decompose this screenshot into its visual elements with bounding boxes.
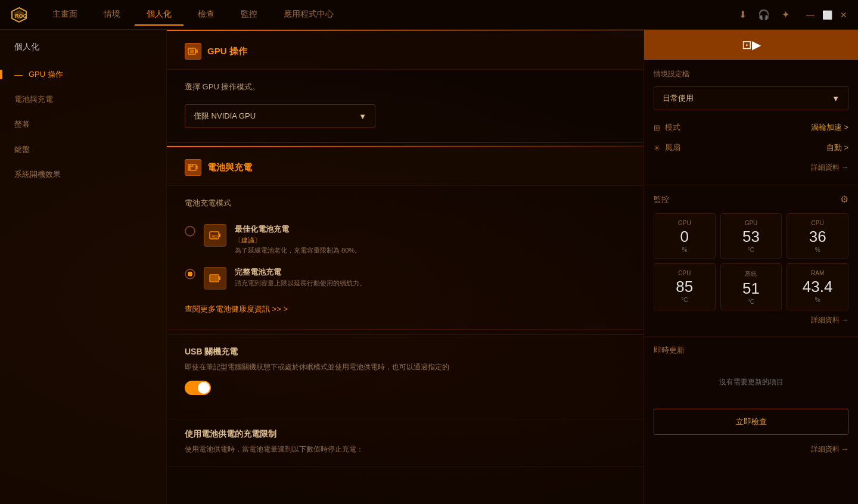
headset-icon[interactable]: 🎧 [758,9,770,21]
gpu-desc: 選擇 GPU 操作模式。 [185,82,626,92]
profile-detail-link[interactable]: 詳細資料 → [654,158,848,175]
titlebar: ROG 主畫面 情境 個人化 檢查 監控 應用程式中心 ⬇ 🎧 ✦ — ⬜ ✕ [0,0,858,30]
health-link[interactable]: 查閱更多電池健康度資訊 >> > [185,304,626,315]
nav-appstore[interactable]: 應用程式中心 [272,4,346,26]
monitor-cpu-pct-value: 36 [793,229,842,244]
nav-inspect[interactable]: 檢查 [186,4,226,26]
battery-full-title: 完整電池充電 [235,267,366,278]
nav-home[interactable]: 主畫面 [41,4,89,26]
sidebar-label-battery: 電池與充電 [14,94,53,105]
charge-limit-section: 使用電池供電的充電限制 使用電池供電時，當電池電量達到以下數值時停止充電： [167,419,644,466]
sidebar-arrow-icon: — [14,70,23,79]
monitor-cpu-pct-label: CPU [793,220,842,226]
updates-empty-text: 沒有需要更新的項目 [654,365,848,399]
usb-toggle[interactable] [185,381,211,395]
profile-fan-value[interactable]: 自動 > [826,142,848,153]
monitor-section: 監控 ⚙ GPU 0 % GPU 53 °C CPU [644,185,858,337]
nav-monitor[interactable]: 監控 [229,4,269,26]
profile-dropdown-value: 日常使用 [663,93,694,104]
monitor-card-cpu-pct: CPU 36 % [786,213,848,259]
svg-rect-18 [219,276,220,280]
maximize-button[interactable]: ⬜ [822,10,832,20]
battery-option-full[interactable]: 完整電池充電 請充電到容量上限以延長行動使用的續航力。 [185,261,626,295]
monitor-header: 監控 ⚙ [654,194,848,205]
battery-section: 電池與充電 電池充電模式 80 [167,146,644,467]
monitor-gpu-temp-unit: °C [727,247,776,253]
updates-section: 即時更新 沒有需要更新的項目 立即檢查 詳細資料 → [644,337,858,504]
nav-scenario[interactable]: 情境 [92,4,132,26]
right-top-toggle[interactable]: ⊡▶ [644,30,858,60]
battery-option-optimal[interactable]: 80 最佳化電池充電 〔建議〕 為了延緩電池老化，充電容量限制為 80%。 [185,218,626,261]
battery-section-header: 電池與充電 [167,147,644,186]
gpu-dropdown-arrow-icon: ▼ [359,112,366,121]
gpu-section-body: 選擇 GPU 操作模式。 僅限 NVIDIA GPU ▼ [167,70,644,140]
minimize-button[interactable]: — [806,10,815,20]
monitor-ram-pct-value: 43.4 [793,279,842,294]
charge-limit-desc: 使用電池供電時，當電池電量達到以下數值時停止充電： [185,444,626,455]
download-icon[interactable]: ⬇ [736,9,748,21]
monitor-sys-temp-unit: °C [727,298,776,305]
monitor-sys-temp-value: 51 [727,281,776,296]
gpu-mode-dropdown[interactable]: 僅限 NVIDIA GPU ▼ [185,104,375,128]
profile-mode-value[interactable]: 渦輪加速 > [811,122,848,133]
sidebar-item-battery[interactable]: 電池與充電 [0,87,166,112]
battery-full-info: 完整電池充電 請充電到容量上限以延長行動使用的續航力。 [235,267,366,288]
svg-rect-19 [210,275,218,281]
titlebar-actions: ⬇ 🎧 ✦ — ⬜ ✕ [736,9,848,21]
profile-section: 情境設定檔 日常使用 ▼ ⊞ 模式 渦輪加速 > ✳ 風扇 [644,60,858,185]
battery-full-desc: 請充電到容量上限以延長行動使用的續航力。 [235,279,366,288]
battery-optimal-badge: 〔建議〕 [235,236,361,245]
profile-mode-row: ⊞ 模式 渦輪加速 > [654,117,848,138]
monitor-grid: GPU 0 % GPU 53 °C CPU 36 % [654,213,848,310]
monitor-gpu-temp-value: 53 [727,229,776,244]
profile-section-title: 情境設定檔 [654,69,848,79]
close-button[interactable]: ✕ [839,10,848,20]
check-updates-button[interactable]: 立即檢查 [654,409,848,435]
window-controls: — ⬜ ✕ [806,10,848,20]
sidebar-item-boot[interactable]: 系統開機效果 [0,162,166,187]
panel-toggle-icon: ⊡▶ [742,38,761,52]
right-panel: ⊡▶ 情境設定檔 日常使用 ▼ ⊞ 模式 渦輪加速 > [644,30,858,504]
sidebar-item-keyboard[interactable]: 鍵盤 [0,137,166,162]
mode-grid-icon: ⊞ [654,123,660,132]
svg-text:80: 80 [212,234,217,239]
updates-detail-link[interactable]: 詳細資料 → [654,440,848,457]
fan-icon: ✳ [654,144,660,153]
profile-mode-label: ⊞ 模式 [654,122,680,133]
monitor-gpu-temp-label: GPU [727,220,776,226]
sidebar-title: 個人化 [0,42,166,62]
app-logo: ROG [10,5,29,24]
monitor-gear-icon[interactable]: ⚙ [840,194,848,205]
sidebar-item-gpu[interactable]: — GPU 操作 [0,62,166,87]
monitor-card-ram-pct: RAM 43.4 % [786,263,848,310]
battery-radio-optimal[interactable] [185,226,195,237]
usb-desc: 即使在筆記型電腦關機狀態下或處於休眠模式並使用電池供電時，也可以通過指定的 [185,362,626,372]
main-nav: 主畫面 情境 個人化 檢查 監控 應用程式中心 [41,4,736,26]
svg-rect-9 [196,166,198,169]
svg-rect-10 [189,165,191,170]
battery-section-icon [185,159,201,176]
monitor-card-gpu-temp: GPU 53 °C [720,213,782,259]
monitor-cpu-temp-unit: °C [660,297,709,303]
app-container: ROG 主畫面 情境 個人化 檢查 監控 應用程式中心 ⬇ 🎧 ✦ — ⬜ ✕ … [0,0,858,504]
gpu-section-title: GPU 操作 [207,46,247,57]
profile-dropdown[interactable]: 日常使用 ▼ [654,86,848,110]
battery-section-divider [167,329,644,329]
battery-radio-full[interactable] [185,269,195,279]
svg-rect-4 [190,49,194,53]
monitor-detail-link[interactable]: 詳細資料 → [654,310,848,328]
battery-charge-mode-label: 電池充電模式 [185,198,626,209]
nav-personalize[interactable]: 個人化 [135,4,184,26]
gpu-section-icon [185,43,201,60]
monitor-gpu-pct-label: GPU [660,220,709,226]
settings-icon[interactable]: ✦ [779,9,791,21]
gpu-section-header: GPU 操作 [167,31,644,70]
monitor-cpu-temp-label: CPU [660,270,709,276]
monitor-gpu-pct-value: 0 [660,229,709,244]
monitor-card-gpu-pct: GPU 0 % [654,213,716,259]
monitor-ram-pct-label: RAM [793,270,842,276]
sidebar-item-screen[interactable]: 螢幕 [0,112,166,137]
monitor-sys-temp-label: 系統 [727,270,776,278]
charge-limit-title: 使用電池供電的充電限制 [185,429,626,440]
battery-radio-inner-full [188,272,192,276]
